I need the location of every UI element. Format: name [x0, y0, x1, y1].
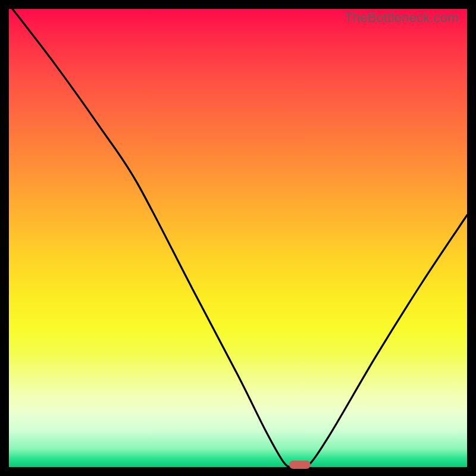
curve-layer [9, 9, 467, 467]
optimum-marker [289, 461, 311, 469]
bottleneck-curve [9, 9, 467, 467]
watermark-text: TheBottleneck.com [345, 10, 459, 26]
plot-area: TheBottleneck.com [9, 9, 467, 467]
chart-frame: TheBottleneck.com [0, 0, 476, 476]
